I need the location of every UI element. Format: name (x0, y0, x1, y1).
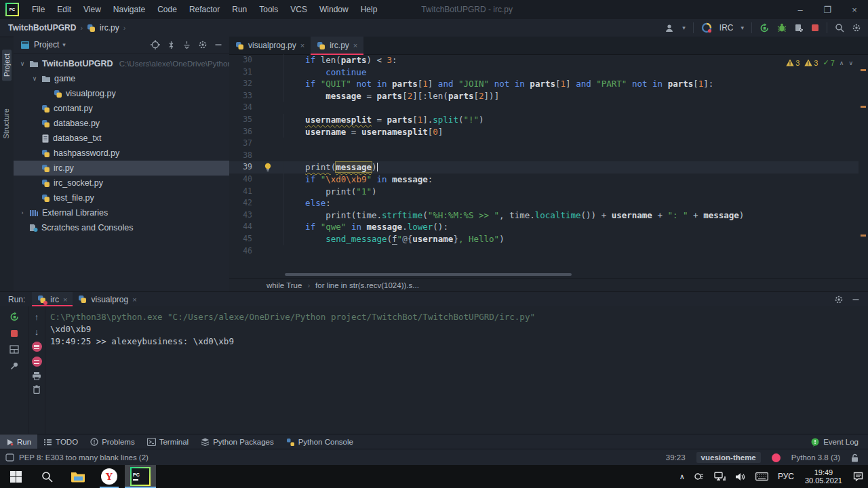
soft-wrap-button[interactable] (32, 342, 42, 352)
code-line[interactable]: 34 (229, 102, 859, 114)
tree-item[interactable]: irc_socket.py (14, 176, 229, 190)
user-widget[interactable] (665, 24, 675, 33)
code-line[interactable]: 44 if "qwe" in message.lower(): (229, 221, 859, 233)
tree-item[interactable]: visualprog.py (14, 86, 229, 101)
code-line[interactable]: 40 if "\xd0\xb9" in message: (229, 174, 859, 186)
menu-edit[interactable]: Edit (51, 5, 77, 14)
editor-tab-visualprog-py[interactable]: visualprog.py× (229, 37, 311, 54)
close-button[interactable]: × (841, 0, 868, 19)
menu-vcs[interactable]: VCS (284, 5, 313, 14)
run-config-selector[interactable]: IRC (719, 23, 734, 33)
code-breadcrumb-item[interactable]: while True (267, 281, 302, 289)
tree-item[interactable]: contant.py (14, 101, 229, 116)
stop-button[interactable] (10, 329, 18, 338)
collapse-all-button[interactable] (182, 41, 191, 49)
menu-run[interactable]: Run (226, 5, 253, 14)
code-line[interactable]: 32 if "QUIT" not in parts[1] and "JOIN" … (229, 78, 859, 90)
search-everywhere-button[interactable] (835, 23, 844, 33)
debug-button[interactable] (777, 23, 787, 33)
clock[interactable]: 19:4930.05.2021 (799, 465, 848, 488)
inspections-widget[interactable]: 3 3 ✓7 ∧ ∨ (786, 58, 853, 67)
editor-tab-irc-py[interactable]: irc.py× (311, 37, 363, 54)
speaker-icon[interactable] (730, 465, 751, 488)
run-config-icon[interactable] (701, 22, 712, 33)
gear-icon[interactable] (834, 295, 844, 304)
error-stripe-mark[interactable] (861, 235, 866, 237)
menu-tools[interactable]: Tools (253, 5, 284, 14)
code-line[interactable]: 37 (229, 138, 859, 150)
down-stacktrace-button[interactable]: ↓ (35, 327, 39, 337)
chevron-down-icon[interactable]: ∨ (19, 60, 26, 67)
code-line[interactable]: 41 print("1") (229, 186, 859, 198)
clear-console-button[interactable] (33, 385, 41, 394)
code-line[interactable]: 35 usernamesplit = parts[1].split("!") (229, 114, 859, 126)
tree-item[interactable]: test_file.py (14, 190, 229, 205)
hide-panel-icon[interactable] (852, 296, 860, 304)
stop-button[interactable] (811, 24, 819, 32)
code-line[interactable]: 46 (229, 245, 859, 258)
code-line[interactable]: 30 if len(parts) < 3: (229, 54, 859, 66)
code-line[interactable]: 43 print(time.strftime("%H:%M:%S >> ", t… (229, 209, 859, 222)
tree-item[interactable]: irc.py (14, 161, 229, 176)
code-line[interactable]: 31 continue (229, 66, 859, 79)
close-tab-icon[interactable]: × (300, 41, 304, 49)
toolwindow-python-packages[interactable]: Python Packages (195, 434, 280, 449)
tool-stripe-structure[interactable]: Structure (2, 108, 10, 139)
python-interpreter[interactable]: Python 3.8 (3) (791, 453, 840, 462)
up-stacktrace-button[interactable]: ↑ (35, 312, 39, 322)
locate-button[interactable] (151, 40, 160, 49)
toolwindow-todo[interactable]: TODO (37, 434, 84, 449)
profile-button[interactable] (794, 23, 804, 33)
menu-help[interactable]: Help (355, 5, 384, 14)
code-breadcrumb-item[interactable]: for line in str(s.recv(1024)).s... (315, 281, 419, 289)
network-icon[interactable] (709, 465, 730, 488)
intention-bulb-icon[interactable] (264, 163, 272, 172)
close-tab-icon[interactable]: × (63, 296, 67, 304)
toolwindow-terminal[interactable]: Terminal (141, 434, 195, 449)
run-tab-irc[interactable]: irc× (32, 292, 73, 306)
code-area[interactable]: 30 if len(parts) < 3:31 continue32 if "Q… (229, 54, 859, 257)
menu-file[interactable]: File (26, 5, 51, 14)
run-tab-visualprog[interactable]: visualprog× (73, 292, 142, 306)
tray-chevron-icon[interactable]: ∧ (675, 465, 690, 488)
editor-breadcrumb[interactable]: while True›for line in str(s.recv(1024))… (229, 278, 868, 292)
pycharm-taskbar-button[interactable]: PC (125, 465, 156, 488)
maximize-button[interactable]: ❐ (814, 0, 841, 19)
yandex-browser-button[interactable]: Y (94, 465, 125, 488)
project-panel-title[interactable]: Project (34, 40, 59, 49)
tree-item[interactable]: Scratches and Consoles (14, 220, 229, 235)
tree-item[interactable]: ∨TwitchBotUPGRDC:\Users\alexe\OneDrive\P… (14, 56, 229, 71)
breadcrumb-project[interactable]: TwitchBotUPGRD (8, 23, 76, 33)
lock-icon[interactable] (851, 453, 859, 462)
pin-tab-button[interactable] (10, 361, 19, 370)
close-tab-icon[interactable]: × (132, 296, 136, 304)
chevron-down-icon[interactable]: ∨ (31, 75, 38, 82)
menu-refactor[interactable]: Refactor (183, 5, 226, 14)
code-line[interactable]: 42 else: (229, 197, 859, 209)
tree-item[interactable]: ›External Libraries (14, 205, 229, 220)
toolwindow-python-console[interactable]: Python Console (280, 434, 359, 449)
hide-panel-icon[interactable] (214, 41, 222, 49)
toolwindow-problems[interactable]: Problems (84, 434, 141, 449)
horizontal-scrollbar[interactable] (285, 273, 572, 276)
menu-code[interactable]: Code (151, 5, 183, 14)
settings-button[interactable] (852, 23, 861, 33)
event-log-button[interactable]: Event Log (823, 438, 859, 446)
tool-stripe-project[interactable]: Project (2, 49, 12, 81)
code-line[interactable]: 39 print(message) (229, 161, 859, 174)
menu-window[interactable]: Window (313, 5, 355, 14)
code-line[interactable]: 38 (229, 150, 859, 162)
caret-position[interactable]: 39:23 (666, 453, 686, 462)
language-indicator[interactable]: РУС (773, 465, 799, 488)
tree-item[interactable]: database_txt (14, 131, 229, 146)
theme-widget[interactable]: vuesion-theme (696, 452, 761, 463)
start-button[interactable] (0, 465, 31, 488)
error-stripe-mark[interactable] (861, 69, 866, 71)
breadcrumb-file[interactable]: irc.py (100, 23, 119, 33)
code-line[interactable]: 36 username = usernamesplit[0] (229, 126, 859, 138)
taskbar-search-button[interactable] (31, 465, 62, 488)
menu-view[interactable]: View (77, 5, 107, 14)
touch-keyboard-icon[interactable] (751, 465, 773, 488)
action-center-icon[interactable] (848, 465, 868, 488)
tree-item[interactable]: ∨game (14, 71, 229, 86)
